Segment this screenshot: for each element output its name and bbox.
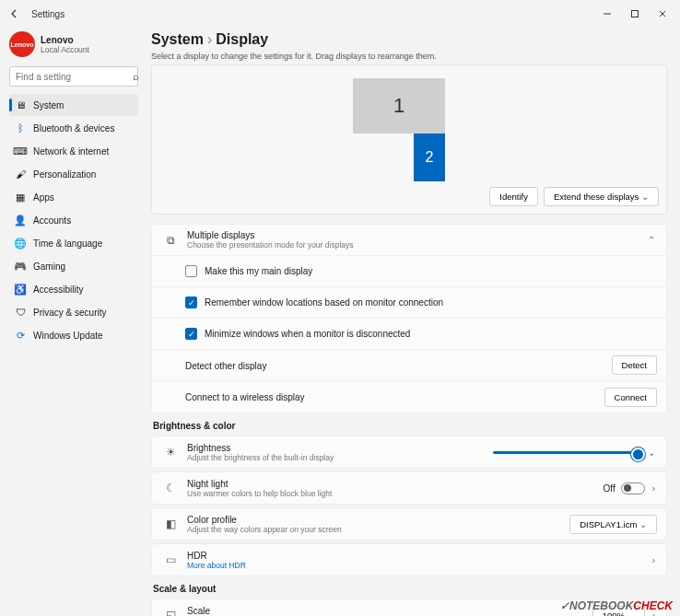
globe-icon: 🌐	[15, 238, 26, 249]
display-arrange-panel: 1 2 Identify Extend these displays	[151, 64, 667, 215]
night-light-state: Off	[604, 483, 616, 494]
minimize-windows-checkbox[interactable]: ✓	[185, 328, 197, 340]
wireless-display-row: Connect to a wireless display Connect	[152, 381, 666, 413]
chevron-right-icon[interactable]: ›	[651, 555, 657, 565]
account-block[interactable]: Lenovo Lenovo Local Account	[9, 31, 138, 57]
search-icon: ⌕	[133, 71, 139, 82]
nav-accessibility[interactable]: ♿Accessibility	[9, 278, 138, 300]
watermark: ✓NOTEBOOKCHECK	[560, 599, 673, 612]
nav-accounts[interactable]: 👤Accounts	[9, 209, 138, 231]
hdr-link[interactable]: More about HDR	[187, 561, 651, 570]
maximize-button[interactable]	[621, 3, 649, 25]
account-type: Local Account	[41, 45, 89, 54]
color-profile-icon: ◧	[161, 517, 180, 530]
display-canvas[interactable]: 1 2	[159, 73, 659, 183]
content-area: System›Display Select a display to chang…	[144, 28, 680, 616]
search-input[interactable]	[16, 72, 133, 82]
chevron-up-icon: ⌃	[646, 235, 657, 245]
apps-icon: ▦	[15, 192, 26, 203]
bluetooth-icon: ᛒ	[15, 122, 26, 134]
account-name: Lenovo	[41, 35, 89, 45]
nav-apps[interactable]: ▦Apps	[9, 186, 138, 208]
brightness-color-heading: Brightness & color	[153, 421, 667, 431]
color-profile-row[interactable]: ◧ Color profile Adjust the way colors ap…	[152, 508, 666, 540]
hdr-icon: ▭	[161, 553, 180, 566]
brightness-icon: ☀	[161, 446, 180, 459]
minimize-button[interactable]	[593, 3, 621, 25]
minimize-windows-option[interactable]: ✓ Minimize windows when a monitor is dis…	[152, 319, 666, 350]
nav-network[interactable]: ⌨Network & internet	[9, 140, 138, 162]
nav-privacy[interactable]: 🛡Privacy & security	[9, 301, 138, 323]
chevron-right-icon[interactable]: ›	[651, 483, 657, 494]
hdr-row[interactable]: ▭ HDR More about HDR ›	[152, 544, 666, 575]
multiple-displays-card: ⧉ Multiple displays Choose the presentat…	[151, 224, 667, 413]
search-box[interactable]: ⌕	[9, 66, 138, 87]
detect-display-row: Detect other display Detect	[152, 350, 666, 381]
back-button[interactable]	[4, 3, 26, 25]
update-icon: ⟳	[15, 330, 26, 341]
system-icon: 🖥	[15, 99, 26, 110]
nav-bluetooth[interactable]: ᛒBluetooth & devices	[9, 117, 138, 139]
svg-rect-1	[632, 11, 639, 17]
remember-windows-checkbox[interactable]: ✓	[185, 296, 197, 308]
nav-time[interactable]: 🌐Time & language	[9, 232, 138, 254]
detect-button[interactable]: Detect	[612, 355, 657, 375]
brightness-row[interactable]: ☀ Brightness Adjust the brightness of th…	[152, 436, 666, 468]
main-display-option[interactable]: Make this my main display	[152, 256, 666, 287]
app-title: Settings	[31, 9, 64, 19]
multi-display-icon: ⧉	[161, 234, 180, 247]
color-profile-dropdown[interactable]: DISPLAY1.icm	[569, 515, 657, 534]
night-light-icon: ☾	[161, 482, 180, 494]
instruction-text: Select a display to change the settings …	[151, 52, 667, 61]
nav-personalization[interactable]: 🖌Personalization	[9, 163, 138, 185]
remember-windows-option[interactable]: ✓ Remember window locations based on mon…	[152, 287, 666, 319]
brightness-slider[interactable]	[493, 451, 640, 454]
scale-layout-heading: Scale & layout	[153, 584, 667, 594]
nav-update[interactable]: ⟳Windows Update	[9, 324, 138, 346]
titlebar: Settings	[0, 0, 680, 28]
wifi-icon: ⌨	[15, 145, 26, 157]
monitor-1[interactable]: 1	[353, 78, 445, 134]
nav-gaming[interactable]: 🎮Gaming	[9, 255, 138, 277]
shield-icon: 🛡	[15, 307, 26, 318]
chevron-down-icon[interactable]: ⌄	[646, 447, 657, 458]
breadcrumb-parent[interactable]: System	[151, 31, 204, 47]
extend-mode-dropdown[interactable]: Extend these displays	[544, 187, 659, 206]
chevron-right-icon: ›	[207, 31, 212, 47]
nav-system[interactable]: 🖥System	[9, 94, 138, 116]
sidebar: Lenovo Lenovo Local Account ⌕ 🖥System ᛒB…	[0, 28, 144, 616]
breadcrumb: System›Display	[151, 31, 667, 48]
multiple-displays-header[interactable]: ⧉ Multiple displays Choose the presentat…	[152, 225, 666, 256]
scale-icon: ◱	[161, 609, 180, 616]
person-icon: 👤	[15, 215, 26, 226]
main-display-checkbox[interactable]	[185, 265, 197, 277]
monitor-2[interactable]: 2	[414, 134, 445, 181]
identify-button[interactable]: Identify	[489, 187, 538, 206]
connect-button[interactable]: Connect	[604, 388, 657, 407]
night-light-row[interactable]: ☾ Night light Use warmer colors to help …	[152, 472, 666, 504]
breadcrumb-current: Display	[216, 31, 268, 47]
brush-icon: 🖌	[15, 169, 26, 180]
gamepad-icon: 🎮	[15, 261, 26, 272]
accessibility-icon: ♿	[15, 284, 26, 295]
night-light-toggle[interactable]	[621, 482, 645, 494]
close-button[interactable]	[649, 3, 676, 25]
avatar: Lenovo	[9, 31, 35, 57]
